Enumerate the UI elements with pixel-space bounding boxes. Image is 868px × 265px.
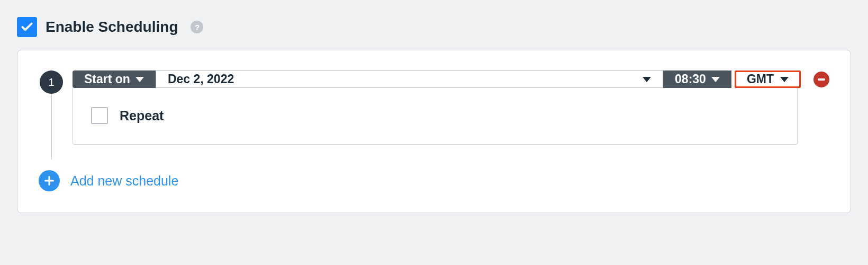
- add-schedule-label[interactable]: Add new schedule: [70, 173, 178, 189]
- scheduling-card: 1 Start on Dec 2, 2022 08:30: [17, 50, 851, 213]
- add-schedule-button[interactable]: [39, 170, 60, 191]
- date-field[interactable]: Dec 2, 2022: [156, 70, 663, 88]
- timezone-dropdown[interactable]: GMT: [735, 70, 801, 88]
- remove-schedule-button[interactable]: [813, 72, 829, 87]
- time-value: 08:30: [675, 72, 706, 86]
- rail-line: [51, 94, 52, 160]
- step-badge: 1: [40, 70, 63, 94]
- repeat-label: Repeat: [120, 108, 164, 123]
- enable-scheduling-header: Enable Scheduling ?: [17, 17, 851, 37]
- chevron-down-icon: [780, 77, 789, 82]
- add-schedule-row: Add new schedule: [39, 170, 829, 191]
- help-icon[interactable]: ?: [191, 21, 203, 33]
- repeat-checkbox[interactable]: [91, 107, 108, 124]
- minus-icon: [818, 78, 825, 81]
- chevron-down-icon: [711, 77, 720, 82]
- step-number: 1: [48, 76, 54, 89]
- schedule-item: 1 Start on Dec 2, 2022 08:30: [39, 70, 829, 145]
- start-on-label: Start on: [84, 72, 130, 86]
- timezone-value: GMT: [747, 72, 774, 86]
- check-icon: [20, 20, 34, 34]
- chevron-down-icon: [643, 77, 651, 82]
- enable-scheduling-label: Enable Scheduling: [46, 19, 178, 36]
- plus-icon: [43, 175, 55, 187]
- chevron-down-icon: [135, 77, 144, 82]
- start-on-dropdown[interactable]: Start on: [73, 70, 156, 88]
- step-rail: 1: [39, 70, 64, 145]
- date-value: Dec 2, 2022: [168, 72, 234, 86]
- repeat-section: Repeat: [73, 88, 798, 145]
- time-dropdown[interactable]: 08:30: [663, 70, 731, 88]
- enable-scheduling-checkbox[interactable]: [17, 17, 37, 37]
